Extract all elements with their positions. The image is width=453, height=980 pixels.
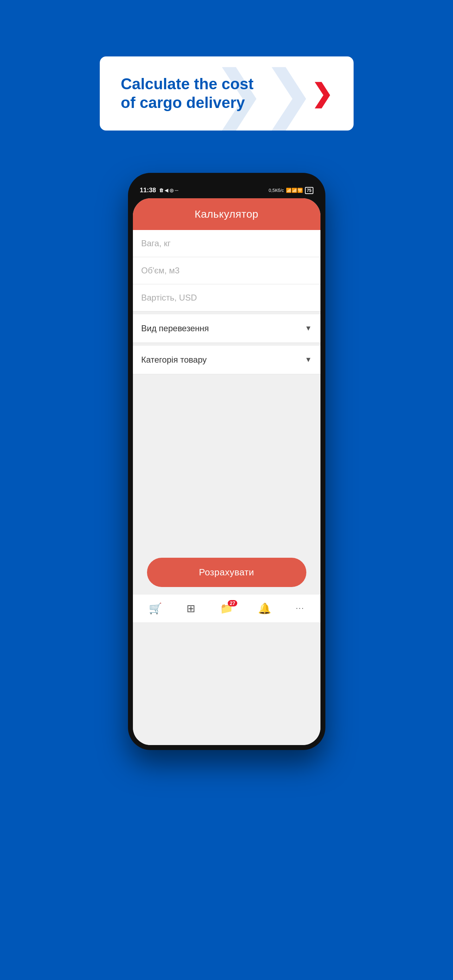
status-bar-left: 11:38 🗑 ◀ ◎ ··· — [140, 187, 179, 194]
status-bar-right: 0,5Кб/с 📶📶🛜 75 — [269, 187, 314, 194]
more-dots-icon: ··· — [296, 604, 304, 613]
nav-folder[interactable]: 📁 27 — [214, 600, 239, 617]
battery-indicator: 75 — [305, 187, 313, 194]
hero-title: Calculate the cost of cargo delivery — [121, 75, 254, 112]
transport-chevron-icon: ▼ — [305, 324, 312, 332]
signal-icons: 📶📶🛜 — [286, 188, 303, 193]
app-header: Калькулятор — [133, 198, 320, 230]
product-category-dropdown[interactable]: Категорія товару ▼ — [133, 346, 320, 374]
bottom-nav: 🛒 ⊞ 📁 27 🔔 ··· — [133, 594, 320, 622]
transport-type-label: Вид перевезення — [141, 323, 209, 333]
bell-icon: 🔔 — [258, 602, 271, 614]
weight-input[interactable] — [133, 230, 320, 257]
nav-calculator[interactable]: ⊞ — [181, 600, 201, 617]
calculate-button[interactable]: Розрахувати — [147, 558, 306, 587]
app-screen: Калькулятор Вид перевезення ▼ Категорія … — [133, 198, 320, 745]
nav-bell[interactable]: 🔔 — [252, 600, 277, 617]
form-spacer — [133, 374, 320, 550]
form-area: Вид перевезення ▼ Категорія товару ▼ Роз… — [133, 230, 320, 745]
category-chevron-icon: ▼ — [305, 356, 312, 364]
calculator-icon: ⊞ — [187, 602, 195, 614]
folder-badge: 27 — [228, 600, 238, 606]
cart-icon: 🛒 — [149, 602, 162, 614]
cost-input[interactable] — [133, 284, 320, 312]
status-icons: 🗑 ◀ ◎ ··· — [159, 188, 179, 193]
phone-body: 11:38 🗑 ◀ ◎ ··· 0,5Кб/с 📶📶🛜 75 Калькулят… — [128, 173, 325, 750]
transport-type-dropdown[interactable]: Вид перевезення ▼ — [133, 314, 320, 343]
data-speed: 0,5Кб/с — [269, 188, 284, 193]
nav-more[interactable]: ··· — [290, 601, 310, 615]
hero-chevron-icon: ❯ — [311, 79, 333, 108]
app-title: Калькулятор — [140, 208, 314, 220]
hero-card[interactable]: ❯❯ Calculate the cost of cargo delivery … — [100, 56, 353, 130]
phone-notch — [211, 183, 242, 192]
nav-cart[interactable]: 🛒 — [143, 600, 168, 617]
product-category-label: Категорія товару — [141, 355, 207, 365]
volume-input[interactable] — [133, 257, 320, 284]
time-display: 11:38 — [140, 187, 156, 194]
bottom-btn-area: Розрахувати — [133, 550, 320, 594]
hero-text: Calculate the cost of cargo delivery — [121, 75, 254, 112]
phone-mockup: 11:38 🗑 ◀ ◎ ··· 0,5Кб/с 📶📶🛜 75 Калькулят… — [128, 173, 325, 750]
